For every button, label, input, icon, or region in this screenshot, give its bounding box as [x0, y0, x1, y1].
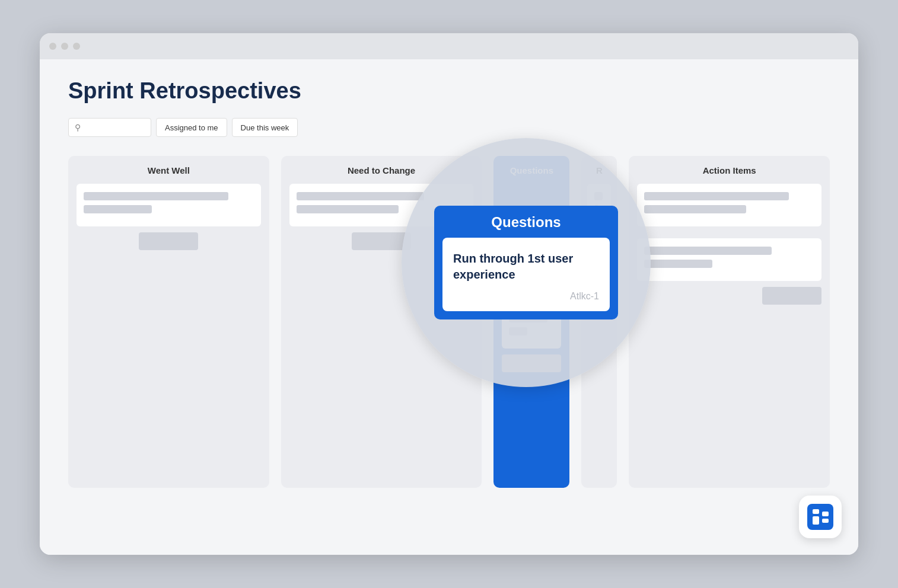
browser-dot-1: [49, 43, 56, 50]
card-add-button[interactable]: [139, 232, 198, 250]
magnify-inner: Questions Run through 1st user experienc…: [434, 206, 618, 319]
filter-bar: ⚲ Assigned to me Due this week: [68, 118, 830, 137]
trello-rect-bottom-right: [822, 519, 829, 523]
trello-col-left: [813, 509, 819, 525]
trello-rect-top-left: [813, 509, 819, 514]
trello-rect-bottom-left: [813, 516, 819, 525]
card-1: [77, 184, 261, 226]
browser-titlebar: [40, 33, 858, 59]
trello-badge: [799, 496, 842, 538]
trello-col-right: [822, 512, 829, 523]
magnify-column-header: Questions: [442, 214, 610, 231]
assigned-to-me-button[interactable]: Assigned to me: [156, 118, 227, 137]
magnify-card[interactable]: Run through 1st user experience Atlkc-1: [442, 238, 610, 311]
card-bar: [297, 192, 424, 200]
search-icon: ⚲: [75, 123, 81, 132]
due-this-week-button[interactable]: Due this week: [232, 118, 298, 137]
browser-content: Sprint Retrospectives ⚲ Assigned to me D…: [40, 59, 858, 555]
card-bar: [644, 260, 712, 268]
magnify-circle: Questions Run through 1st user experienc…: [402, 138, 651, 387]
magnify-card-title: Run through 1st user experience: [453, 251, 599, 283]
card-bar: [84, 192, 228, 200]
card-add-button[interactable]: [762, 287, 821, 305]
action-items-header: Action Items: [637, 165, 821, 175]
search-box[interactable]: ⚲: [68, 118, 151, 137]
card-ai1: [637, 184, 821, 226]
trello-rect-top-right: [822, 512, 829, 516]
browser-dot-2: [61, 43, 68, 50]
trello-logo: [807, 504, 833, 530]
browser-dot-3: [73, 43, 80, 50]
card-bar: [297, 205, 399, 213]
card-bar: [644, 192, 789, 200]
page-title: Sprint Retrospectives: [68, 78, 830, 104]
card-ai2: [637, 238, 821, 281]
columns-container: Went Well Need to Change Questions: [68, 156, 830, 488]
column-went-well: Went Well: [68, 156, 269, 488]
column-action-items: Action Items: [629, 156, 830, 488]
card-bar: [644, 205, 746, 213]
card-bar: [84, 205, 152, 213]
magnify-card-id: Atlkc-1: [453, 291, 599, 302]
card-bar: [644, 247, 772, 255]
browser-window: Sprint Retrospectives ⚲ Assigned to me D…: [40, 33, 858, 555]
went-well-header: Went Well: [77, 165, 261, 175]
